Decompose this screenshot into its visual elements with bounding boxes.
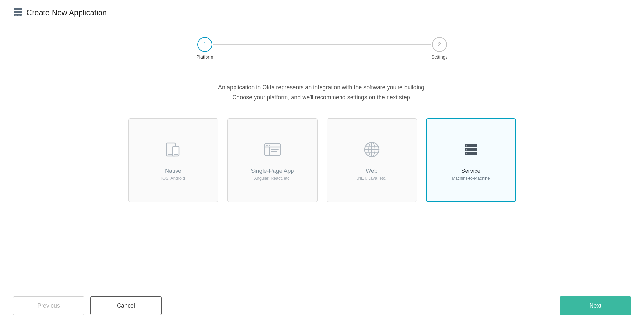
native-icon [164,140,183,162]
footer: Previous Cancel Next [0,287,644,324]
step-1[interactable]: 1 Platform [197,37,213,60]
web-subtitle: .NET, Java, etc. [357,176,386,181]
description-section: An application in Okta represents an int… [205,73,439,115]
web-icon [362,140,381,162]
stepper-section: 1 Platform 2 Settings [0,24,644,73]
spa-title: Single-Page App [251,168,294,174]
page-title: Create New Application [26,8,107,17]
stepper: 1 Platform 2 Settings [197,37,448,60]
card-web[interactable]: Web .NET, Java, etc. [327,118,417,202]
native-title: Native [161,168,185,174]
step-1-label: Platform [197,54,213,60]
svg-rect-5 [19,11,22,13]
service-icon [461,140,481,162]
grid-icon [13,7,22,18]
svg-point-31 [466,149,467,151]
svg-rect-3 [14,11,16,13]
svg-rect-4 [16,11,19,13]
card-native[interactable]: Native iOS, Android [128,118,218,202]
svg-rect-2 [19,8,22,10]
step-2[interactable]: 2 Settings [431,37,448,60]
svg-rect-1 [16,8,19,10]
description-line1: An application in Okta represents an int… [218,84,426,91]
spa-icon [263,140,282,162]
native-subtitle: iOS, Android [161,176,185,181]
spa-subtitle: Angular, React, etc. [251,176,294,181]
step-1-number: 1 [203,41,207,48]
description-text: An application in Okta represents an int… [218,83,426,102]
card-service[interactable]: Service Machine-to-Machine [426,118,516,202]
svg-point-32 [466,153,467,154]
description-line2: Choose your platform, and we'll recommen… [232,94,412,101]
svg-point-16 [269,145,270,146]
svg-rect-8 [19,14,22,16]
svg-point-30 [466,145,467,147]
previous-button[interactable]: Previous [13,296,84,315]
step-2-label: Settings [431,54,448,60]
card-spa[interactable]: Single-Page App Angular, React, etc. [227,118,318,202]
cancel-button[interactable]: Cancel [90,296,162,315]
page-container: Create New Application 1 Platform 2 Sett… [0,0,644,324]
next-button[interactable]: Next [560,296,631,315]
cards-section: Native iOS, Android [0,115,644,215]
service-title: Service [452,168,490,174]
step-2-circle: 2 [432,37,447,52]
svg-point-15 [266,145,268,146]
svg-rect-7 [16,14,19,16]
web-title: Web [357,168,386,174]
svg-rect-6 [14,14,16,16]
step-1-circle: 1 [197,37,212,52]
header: Create New Application [0,0,644,24]
svg-rect-0 [14,8,16,10]
step-connector [213,44,431,45]
content-spacer [0,215,644,287]
service-subtitle: Machine-to-Machine [452,176,490,181]
step-2-number: 2 [438,41,441,48]
